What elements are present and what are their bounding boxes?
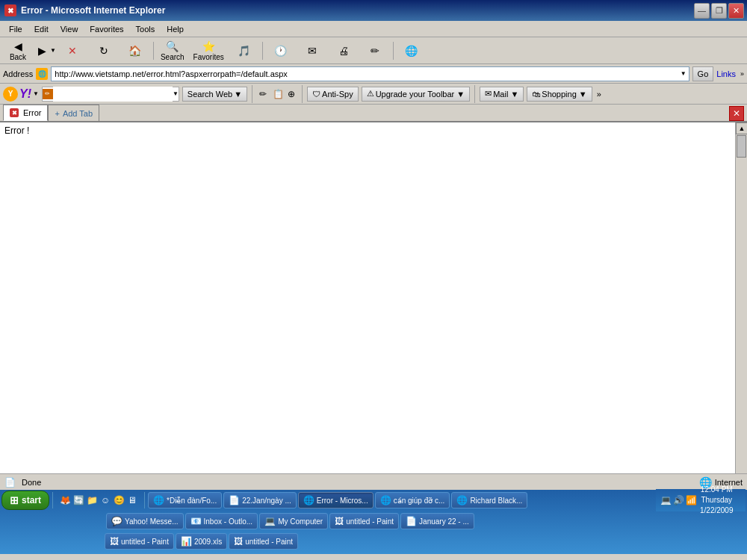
back-dropdown[interactable]: ▼ <box>50 47 56 54</box>
taskbar-item-r2-4[interactable]: 📄 January 22 - ... <box>400 513 474 529</box>
taskbar-item-text-4: Richard Black... <box>470 497 522 505</box>
back-button[interactable]: ◀ Back <box>3 40 33 62</box>
title-bar-title: Error - Microsoft Internet Explorer <box>21 5 165 16</box>
close-button[interactable]: ✕ <box>728 3 744 19</box>
links-expand-icon[interactable]: » <box>740 70 744 78</box>
go-button[interactable]: Go <box>692 66 714 81</box>
address-dropdown[interactable]: ▼ <box>678 69 689 79</box>
yahoo-pencil-btn[interactable]: ✏ <box>257 88 269 100</box>
taskbar-item-r3-0[interactable]: 🖼 untitled - Paint <box>105 533 174 550</box>
edit-pen-icon: ✏ <box>43 89 53 99</box>
ie-logo: 🌐 <box>397 40 427 62</box>
title-bar-left: ✖ Error - Microsoft Internet Explorer <box>4 4 165 16</box>
edit-button[interactable]: ✏ <box>360 40 390 62</box>
favorites-button[interactable]: ⭐ Favorites <box>190 40 228 62</box>
media-button[interactable]: 🎵 <box>229 40 259 62</box>
mail-button[interactable]: ✉ <box>297 40 327 62</box>
home-icon: 🏠 <box>128 45 141 57</box>
history-button[interactable]: 🕐 <box>266 40 296 62</box>
yahoo-search-input[interactable] <box>53 87 173 102</box>
scroll-thumb[interactable] <box>737 135 746 158</box>
address-input[interactable] <box>52 67 678 81</box>
shopping-button[interactable]: 🛍 Shopping ▼ <box>527 87 592 102</box>
stop-button[interactable]: ✕ <box>58 40 87 62</box>
smiley-icon[interactable]: ☺ <box>99 494 111 506</box>
upgrade-toolbar-button[interactable]: ⚠ Upgrade your Toolbar ▼ <box>362 87 471 102</box>
yahoo-search-wrap: ✏ ▼ <box>42 87 179 102</box>
tray-icon-3[interactable]: 📶 <box>686 495 697 505</box>
mail-button-yahoo[interactable]: ✉ Mail ▼ <box>480 87 524 102</box>
firefox-icon[interactable]: 🦊 <box>59 494 71 506</box>
menu-help[interactable]: Help <box>161 23 190 35</box>
search-web-button[interactable]: Search Web ▼ <box>182 87 247 102</box>
taskbar-item-text-0: *Diễn đàn/Fo... <box>167 497 217 505</box>
yahoo-flame-icon: Y <box>3 87 18 102</box>
favorites-label: Favorites <box>193 53 224 61</box>
status-bar: 📄 Done 🌐 Internet <box>0 473 747 490</box>
forward-button[interactable]: ▶ <box>34 40 50 62</box>
search-web-label: Search Web <box>187 90 232 99</box>
menu-edit[interactable]: Edit <box>28 23 55 35</box>
scrollbar[interactable]: ▲ <box>735 122 747 473</box>
taskbar-item-r2-2[interactable]: 💻 My Computer <box>259 513 328 529</box>
menu-file[interactable]: File <box>3 23 28 35</box>
time-display: 12:04 PM <box>700 485 734 495</box>
taskbar-item-0[interactable]: 🌐 *Diễn đàn/Fo... <box>148 492 222 508</box>
taskbar-item-r2-1[interactable]: 📧 Inbox - Outlo... <box>185 513 258 529</box>
taskbar-item-r3-2[interactable]: 🖼 untitled - Paint <box>229 533 298 550</box>
yahoo-dropdown[interactable]: ▼ <box>33 90 39 97</box>
taskbar-item-2[interactable]: 🌐 Error - Micros... <box>298 492 374 508</box>
tray-icons: 💻 🔊 📶 <box>660 495 697 505</box>
tray-icon-2[interactable]: 🔊 <box>673 495 684 505</box>
start-button[interactable]: ⊞ start <box>1 491 49 510</box>
toolbar-expand-icon[interactable]: » <box>597 90 601 99</box>
error-text: Error ! <box>4 125 29 136</box>
search-label: Search <box>161 53 185 61</box>
tray-icon-1[interactable]: 💻 <box>660 495 672 505</box>
print-button[interactable]: 🖨 <box>329 40 359 62</box>
search-icon: 🔍 <box>166 40 179 52</box>
taskbar-item-r3-1[interactable]: 📊 2009.xls <box>176 533 227 550</box>
folder-icon[interactable]: 📁 <box>86 494 98 506</box>
add-tab-plus: + <box>55 109 59 118</box>
yahoo-search-dropdown[interactable]: ▼ <box>173 90 179 97</box>
monitor-icon[interactable]: 🖥 <box>126 494 138 506</box>
scroll-up-button[interactable]: ▲ <box>736 122 747 134</box>
taskbar-item-4[interactable]: 🌐 Richard Black... <box>451 492 527 508</box>
links-label[interactable]: Links <box>716 69 736 78</box>
taskbar-item-3[interactable]: 🌐 cần giúp đỡ c... <box>375 492 450 508</box>
taskbar-item-text-r2-2: My Computer <box>278 517 323 526</box>
menu-tools[interactable]: Tools <box>130 23 161 35</box>
yahoo-logo: Y! <box>19 87 31 101</box>
search-button[interactable]: 🔍 Search <box>157 40 188 62</box>
taskbar-item-icon-r2-2: 💻 <box>264 516 276 526</box>
yahoo-toolbar: Y Y! ▼ ✏ ▼ Search Web ▼ ✏ 📋 ⊕ 🛡 Anti-Spy… <box>0 84 747 105</box>
taskbar-item-text-2: Error - Micros... <box>317 497 368 505</box>
yahoo-sep-2 <box>302 85 303 103</box>
home-button[interactable]: 🏠 <box>120 40 150 62</box>
separator-1 <box>153 42 154 60</box>
add-tab-label: Add Tab <box>63 109 93 118</box>
messenger-icon[interactable]: 😊 <box>113 494 125 506</box>
add-tab-button[interactable]: + Add Tab <box>48 105 99 121</box>
tab-error[interactable]: ✖ Error <box>3 105 48 121</box>
close-tab-button[interactable]: ✕ <box>729 106 744 121</box>
refresh-button[interactable]: ↻ <box>89 40 119 62</box>
yahoo-btn-2[interactable]: ⊕ <box>285 88 297 100</box>
taskbar-item-r2-3[interactable]: 🖼 untitled - Paint <box>329 513 399 529</box>
sync-icon[interactable]: 🔄 <box>72 494 84 506</box>
yahoo-btn-1[interactable]: 📋 <box>272 88 284 100</box>
shopping-icon: 🛍 <box>532 90 540 99</box>
restore-button[interactable]: ❐ <box>711 3 727 19</box>
upgrade-icon: ⚠ <box>367 89 374 99</box>
taskbar-item-1[interactable]: 📄 22.Jan/ngày ... <box>223 492 297 508</box>
system-tray: 💻 🔊 📶 12:04 PM Thursday 1/22/2009 <box>656 489 746 511</box>
minimize-button[interactable]: — <box>694 3 710 19</box>
menu-view[interactable]: View <box>55 23 84 35</box>
taskbar-item-text-1: 22.Jan/ngày ... <box>242 497 291 505</box>
anti-spy-button[interactable]: 🛡 Anti-Spy <box>307 87 359 102</box>
menu-favorites[interactable]: Favorites <box>84 23 129 35</box>
taskbar-item-r2-0[interactable]: 💬 Yahoo! Messe... <box>106 513 184 529</box>
taskbar-item-icon-r2-1: 📧 <box>190 516 202 526</box>
address-bar: Address 🌐 ▼ Go Links » <box>0 64 747 84</box>
